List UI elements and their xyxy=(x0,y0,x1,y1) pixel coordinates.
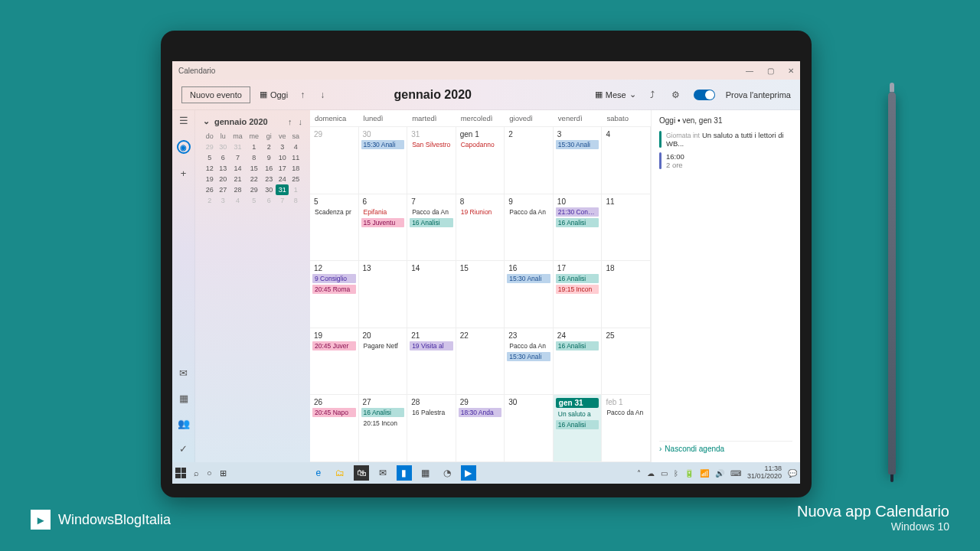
calendar-cell[interactable]: 2620:45 Napo xyxy=(310,395,359,462)
calendar-cell[interactable]: 18 xyxy=(602,261,651,328)
movies-icon[interactable]: ▶ xyxy=(461,465,476,481)
calendar-event[interactable]: 15:30 Anali xyxy=(507,352,550,361)
calendar-event[interactable]: 20:15 Incon xyxy=(361,419,405,428)
edge-icon[interactable]: e xyxy=(311,465,326,481)
calendar-grid[interactable]: 293015:30 Anali31San Silvestrogen 1Capod… xyxy=(310,127,651,462)
calendar-cell[interactable]: 4 xyxy=(602,127,651,194)
calendar-event[interactable]: 20:45 Napo xyxy=(312,408,356,417)
cortana-icon[interactable]: ○ xyxy=(207,468,212,478)
new-event-button[interactable]: Nuovo evento xyxy=(181,86,250,103)
calendar-cell[interactable]: 315:30 Anali xyxy=(554,127,603,194)
mail-icon[interactable]: ✉ xyxy=(179,367,188,379)
calendar-app-icon[interactable]: ▦ xyxy=(418,465,433,481)
calendar-event[interactable]: 9 Consiglio xyxy=(312,274,356,283)
calendar-event[interactable]: 16 Analisi xyxy=(556,274,599,283)
agenda-item[interactable]: 16:002 ore xyxy=(659,152,792,169)
people-icon[interactable]: 👥 xyxy=(178,418,190,429)
calendar-event[interactable]: Pacco da An xyxy=(507,207,550,217)
calendar-cell[interactable]: 5Scadenza pr xyxy=(310,194,359,262)
calendar-cell[interactable]: 30 xyxy=(505,395,554,462)
calendar-cell[interactable]: 1021:30 Consiglio regionale – 16 Analisi xyxy=(554,194,603,262)
calendar-cell[interactable]: 2119 Visita al xyxy=(407,328,456,396)
calendar-cell[interactable]: 11 xyxy=(602,194,651,262)
calendar-event[interactable]: Pacco da An xyxy=(604,408,648,417)
calendar-cell[interactable]: 3015:30 Anali xyxy=(359,127,408,194)
calendar-event[interactable]: 19 Visita al xyxy=(410,341,453,350)
calendar-event[interactable]: Pacco da An xyxy=(507,341,550,350)
prev-arrow[interactable]: ↑ xyxy=(297,88,308,102)
explorer-icon[interactable]: 🗂 xyxy=(332,465,348,481)
calendar-event[interactable]: 16 Analisi xyxy=(556,341,599,350)
calendar-cell[interactable]: 819 Riunion xyxy=(456,194,505,262)
store-icon[interactable]: 🛍 xyxy=(354,465,369,481)
mini-prev[interactable]: ↑ xyxy=(288,117,292,126)
hamburger-icon[interactable]: ☰ xyxy=(179,115,188,126)
calendar-event[interactable]: 20:45 Roma xyxy=(312,285,356,294)
calendar-cell[interactable]: 25 xyxy=(602,328,651,396)
share-icon[interactable]: ⤴ xyxy=(647,88,658,102)
calendar-event[interactable]: San Silvestro xyxy=(410,140,453,149)
calendar-event[interactable]: 16 Analisi xyxy=(556,218,599,227)
calendar-cell[interactable]: 2918:30 Anda xyxy=(456,395,505,462)
calendar-event[interactable]: Pacco da An xyxy=(410,207,453,217)
tray-chevron-icon[interactable]: ˄ xyxy=(637,469,641,478)
calendar-cell[interactable]: gen 1Capodanno xyxy=(456,127,505,194)
settings-icon[interactable]: ⚙ xyxy=(668,88,683,102)
add-calendar-icon[interactable]: + xyxy=(181,168,187,179)
calendar-cell[interactable]: 2716 Analisi20:15 Incon xyxy=(359,395,408,462)
calendar-cell[interactable]: 1716 Analisi19:15 Incon xyxy=(554,261,603,328)
calendar-event[interactable]: 16 Analisi xyxy=(361,408,405,417)
taskview-icon[interactable]: ⊞ xyxy=(220,468,227,478)
calendar-event[interactable]: 16 Analisi xyxy=(556,420,599,429)
calendar-cell[interactable]: 14 xyxy=(407,261,456,328)
notifications-icon[interactable]: 💬 xyxy=(788,469,797,478)
calendar-cell[interactable]: gen 31Un saluto a16 Analisi xyxy=(554,395,603,462)
calendar-event[interactable]: 20:45 Juver xyxy=(312,341,356,350)
calendar-event[interactable]: Capodanno xyxy=(459,140,502,149)
mini-calendar-grid[interactable]: dolumamegivesa29303112345678910111213141… xyxy=(203,131,302,206)
chevron-down-icon[interactable]: ⌄ xyxy=(203,116,210,126)
taskbar-clock[interactable]: 11:38 31/01/2020 xyxy=(747,465,782,481)
preview-toggle[interactable] xyxy=(694,90,715,100)
wifi-icon[interactable]: 📶 xyxy=(700,469,709,478)
search-icon[interactable]: ⌕ xyxy=(194,468,199,478)
calendar-event[interactable]: Un saluto a xyxy=(556,409,599,419)
calendar-cell[interactable]: 129 Consiglio20:45 Roma xyxy=(310,261,359,328)
view-selector[interactable]: ▦Mese⌄ xyxy=(595,90,636,99)
bluetooth-icon[interactable]: ᛒ xyxy=(674,469,678,478)
calendar-event[interactable]: 15:30 Anali xyxy=(507,274,550,283)
maximize-button[interactable]: ▢ xyxy=(767,67,774,75)
calendar-cell[interactable]: 2816 Palestra xyxy=(407,395,456,462)
calendar-cell[interactable]: 15 xyxy=(456,261,505,328)
calendar-event[interactable]: 16 Analisi xyxy=(410,218,453,227)
volume-icon[interactable]: 🔊 xyxy=(715,469,724,478)
close-button[interactable]: ✕ xyxy=(788,67,794,75)
calendar-cell[interactable]: 9Pacco da An xyxy=(505,194,554,262)
calendar-event[interactable]: Pagare Netf xyxy=(361,341,405,350)
calendar-cell[interactable]: 22 xyxy=(456,328,505,396)
hide-agenda-button[interactable]: ›Nascondi agenda xyxy=(659,441,792,456)
calendar-cell[interactable]: 2416 Analisi xyxy=(554,328,603,396)
calendar-event[interactable]: Scadenza pr xyxy=(312,207,356,217)
outlook-account-icon[interactable]: ◉ xyxy=(177,140,191,154)
calendar-cell[interactable]: 7Pacco da An16 Analisi xyxy=(407,194,456,262)
agenda-item[interactable]: Giornata intUn saluto a tutti i lettori … xyxy=(659,131,792,148)
calendar-nav-icon[interactable]: ▦ xyxy=(179,393,188,404)
next-arrow[interactable]: ↓ xyxy=(317,88,328,102)
mini-next[interactable]: ↓ xyxy=(299,117,303,126)
calendar-cell[interactable]: 23Pacco da An15:30 Anali xyxy=(505,328,554,396)
calendar-cell[interactable]: 1920:45 Juver xyxy=(310,328,359,396)
calendar-event[interactable]: 21:30 Consiglio regionale – xyxy=(556,207,599,217)
calendar-event[interactable]: 15 Juventu xyxy=(361,218,405,227)
calendar-cell[interactable]: 31San Silvestro xyxy=(407,127,456,194)
calendar-cell[interactable]: 1615:30 Anali xyxy=(505,261,554,328)
calendar-event[interactable]: 19:15 Incon xyxy=(556,285,599,294)
calendar-cell[interactable]: 2 xyxy=(505,127,554,194)
calendar-cell[interactable]: 29 xyxy=(310,127,359,194)
phone-icon[interactable]: ▮ xyxy=(397,465,412,481)
calendar-event[interactable]: 18:30 Anda xyxy=(459,408,502,417)
tray-icon[interactable]: ▭ xyxy=(661,469,668,478)
today-button[interactable]: ▦Oggi xyxy=(260,90,288,99)
calendar-event[interactable]: Epifania xyxy=(361,207,405,217)
calendar-cell[interactable]: 20Pagare Netf xyxy=(359,328,408,396)
